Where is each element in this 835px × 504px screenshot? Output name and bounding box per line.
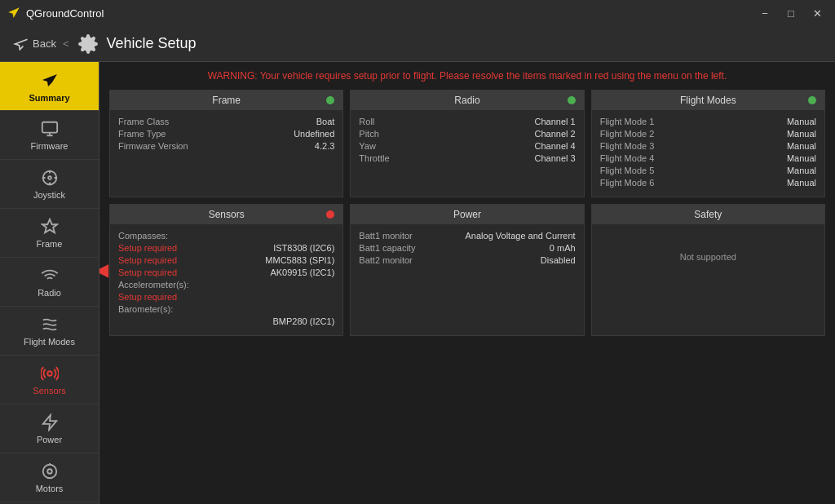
radio-row-2-value: Channel 4 [535, 141, 576, 151]
sensors-compasses-label: Compasses: [118, 231, 168, 241]
frame-row-0-value: Boat [316, 117, 335, 126]
sensors-panel-title: Sensors [209, 209, 245, 220]
app-container: Back < Vehicle Setup Summary Firmware [0, 26, 835, 504]
back-separator: < [63, 38, 69, 50]
sidebar-label-firmware: Firmware [31, 141, 68, 151]
power-row-2-value: Disabled [541, 255, 576, 265]
sensors-red-arrow: ◀ [99, 260, 108, 280]
fm-row-0-value: Manual [787, 117, 816, 126]
radio-panel-body: Roll Channel 1 Pitch Channel 2 Yaw Chann… [351, 110, 583, 175]
radio-icon [41, 267, 59, 285]
radio-panel-header: Radio [351, 91, 583, 110]
fm-row-4-value: Manual [787, 166, 816, 175]
sensors-row-6-value: BMP280 (I2C1) [273, 316, 335, 326]
fm-row-0: Flight Mode 1 Manual [600, 117, 816, 126]
sidebar-item-firmware[interactable]: Firmware [0, 111, 99, 160]
sensors-row-0-value: IST8308 (I2C6) [273, 243, 334, 253]
sensors-status-dot [326, 210, 334, 219]
frame-panel-header: Frame [110, 91, 342, 110]
sensors-row-1-label: Setup required [118, 255, 177, 265]
power-row-0-value: Analog Voltage and Current [466, 231, 576, 241]
sensors-baro-header: Barometer(s): [118, 304, 334, 314]
radio-row-1-label: Pitch [359, 129, 378, 139]
fm-row-2-label: Flight Mode 3 [600, 141, 655, 151]
fm-row-4: Flight Mode 5 Manual [600, 166, 816, 175]
sidebar-label-flightmodes: Flight Modes [24, 337, 75, 347]
radio-panel: Radio Roll Channel 1 Pitch Channel 2 [350, 90, 584, 197]
warning-message: WARNING: Your vehicle requires setup pri… [109, 70, 825, 82]
safety-panel-title: Safety [694, 209, 722, 220]
frame-row-1: Frame Type Undefined [118, 129, 334, 139]
radio-row-1-value: Channel 2 [535, 129, 576, 139]
sidebar-label-sensors: Sensors [33, 386, 65, 396]
power-row-0-label: Batt1 monitor [359, 231, 412, 241]
fm-row-3: Flight Mode 4 Manual [600, 153, 816, 163]
maximize-button[interactable]: □ [780, 4, 802, 22]
svg-point-8 [42, 464, 56, 478]
app-name: QGroundControl [26, 7, 104, 20]
sensors-row-2: Setup required AK09915 (I2C1) [118, 267, 334, 277]
panels-row-1: Frame Frame Class Boat Frame Type Undefi… [109, 90, 825, 197]
safety-panel-header: Safety [592, 205, 824, 224]
frame-row-1-label: Frame Type [118, 129, 166, 139]
radio-status-dot [568, 96, 576, 104]
sensors-accel-label: Accelerometer(s): [118, 280, 189, 290]
panels-row-2: ◀ Sensors Compasses: Setup required IST8… [109, 204, 825, 336]
joystick-icon [41, 169, 59, 187]
radio-row-0-value: Channel 1 [535, 117, 576, 126]
setup-gear-icon [77, 33, 99, 55]
back-button[interactable]: Back < [13, 36, 69, 52]
power-icon [41, 413, 59, 431]
sidebar-item-motors[interactable]: Motors [0, 453, 99, 502]
power-row-1-label: Batt1 capacity [359, 243, 415, 253]
close-button[interactable]: ✕ [806, 4, 828, 22]
frame-panel-body: Frame Class Boat Frame Type Undefined Fi… [110, 110, 342, 175]
svg-point-3 [48, 176, 51, 179]
firmware-icon [41, 120, 59, 138]
summary-icon [40, 70, 60, 90]
power-panel: Power Batt1 monitor Analog Voltage and C… [350, 204, 584, 336]
sidebar-item-flightmodes[interactable]: Flight Modes [0, 307, 99, 356]
sidebar-item-power[interactable]: Power [0, 405, 99, 453]
sidebar-label-radio: Radio [38, 288, 61, 298]
sensors-row-0-label: Setup required [118, 243, 177, 253]
fm-row-3-value: Manual [787, 153, 816, 163]
fm-row-5-value: Manual [787, 178, 816, 188]
sidebar-item-sensors[interactable]: Sensors [0, 356, 99, 405]
radio-row-1: Pitch Channel 2 [359, 129, 575, 139]
fm-row-4-label: Flight Mode 5 [600, 166, 655, 175]
svg-point-5 [47, 371, 52, 376]
power-panel-header: Power [351, 205, 583, 224]
motors-icon [41, 462, 59, 480]
top-bar: Back < Vehicle Setup [0, 26, 835, 62]
sensors-compasses-header: Compasses: [118, 231, 334, 241]
flightmodes-panel: Flight Modes Flight Mode 1 Manual Flight… [591, 90, 825, 197]
svg-rect-0 [42, 122, 56, 132]
sidebar-item-frame[interactable]: Frame [0, 209, 99, 258]
sensors-row-2-value: AK09915 (I2C1) [270, 267, 334, 277]
fm-row-1-label: Flight Mode 2 [600, 129, 655, 139]
sidebar-item-radio[interactable]: Radio [0, 258, 99, 307]
power-row-2-label: Batt2 monitor [359, 255, 412, 265]
radio-panel-title: Radio [454, 95, 479, 106]
frame-row-2-value: 4.2.3 [315, 141, 334, 151]
back-icon [13, 36, 29, 52]
sidebar-item-summary[interactable]: Summary [0, 62, 99, 111]
minimize-button[interactable]: − [753, 4, 776, 22]
sensors-row-2-label: Setup required [118, 267, 177, 277]
fm-row-1-value: Manual [787, 129, 816, 139]
fm-row-2-value: Manual [787, 141, 816, 151]
flightmodes-panel-body: Flight Mode 1 Manual Flight Mode 2 Manua… [592, 110, 824, 197]
sensors-panel: ◀ Sensors Compasses: Setup required IST8… [109, 204, 343, 336]
sensors-panel-body: Compasses: Setup required IST8308 (I2C6)… [110, 224, 342, 335]
sidebar-label-summary: Summary [29, 93, 69, 103]
sensors-accel-header: Accelerometer(s): [118, 280, 334, 290]
power-panel-body: Batt1 monitor Analog Voltage and Current… [351, 224, 583, 290]
sidebar-item-joystick[interactable]: Joystick [0, 160, 99, 209]
safety-panel: Safety Not supported [591, 204, 825, 336]
sensors-panel-header: Sensors [110, 205, 342, 224]
radio-row-0: Roll Channel 1 [359, 117, 575, 126]
sidebar: Summary Firmware Joystick Frame [0, 62, 99, 504]
radio-row-3: Throttle Channel 3 [359, 153, 575, 163]
sensors-row-0: Setup required IST8308 (I2C6) [118, 243, 334, 253]
